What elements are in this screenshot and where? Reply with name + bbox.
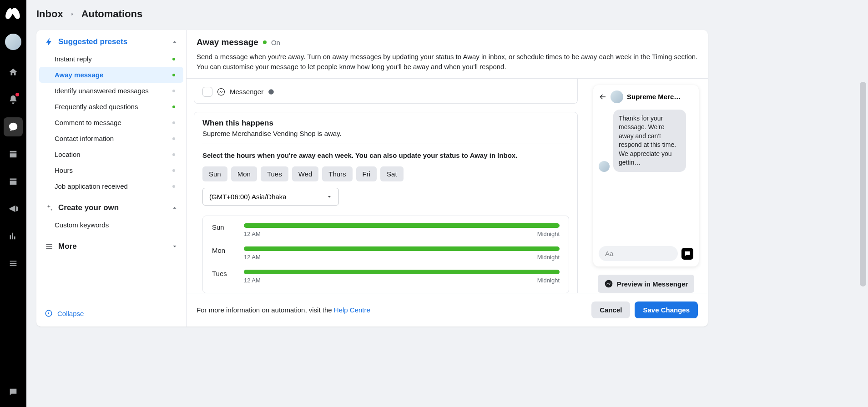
messenger-icon (217, 88, 225, 96)
time-bar[interactable] (244, 246, 560, 251)
breadcrumb-automations: Automations (81, 8, 142, 20)
meta-logo (5, 5, 22, 22)
preview-pane: Supreme Merc… Thanks for your message. W… (590, 79, 708, 293)
messenger-checkbox[interactable] (202, 87, 212, 97)
channel-panel: Messenger (194, 79, 578, 104)
info-icon[interactable] (268, 89, 274, 95)
sparkle-icon (45, 203, 54, 212)
help-centre-link[interactable]: Help Centre (334, 306, 370, 314)
sidebar-item-label: Comment to message (55, 119, 121, 126)
home-icon[interactable] (4, 63, 23, 82)
day-label: Sun (212, 223, 235, 231)
back-icon[interactable] (599, 93, 607, 101)
end-time: Midnight (537, 254, 560, 261)
when-this-happens-panel: When this happens Supreme Merchandise Ve… (194, 112, 578, 293)
scrollbar[interactable] (860, 82, 866, 286)
sidebar-item-job-application[interactable]: Job application received (39, 178, 183, 194)
status-dot (172, 185, 175, 188)
page-description: Send a message when you're away. Turn on… (197, 52, 698, 72)
ads-icon[interactable] (4, 199, 23, 218)
content-header: Away message On Send a message when you'… (187, 30, 708, 79)
list-icon (45, 242, 54, 251)
footer-text: For more information on automation, visi… (197, 306, 334, 314)
dropdown-icon (327, 194, 332, 200)
sidebar-item-location[interactable]: Location (39, 146, 183, 162)
status-dot (172, 137, 175, 140)
day-button-wed[interactable]: Wed (292, 166, 319, 181)
notifications-icon[interactable] (4, 90, 23, 109)
day-button-mon[interactable]: Mon (231, 166, 257, 181)
status-dot (172, 90, 175, 92)
main-content: Away message On Send a message when you'… (187, 30, 708, 327)
sidebar-item-label: Contact information (55, 135, 114, 142)
composer-input[interactable]: Aa (599, 246, 678, 261)
sidebar-item-identify-unanswered[interactable]: Identify unanswered messages (39, 83, 183, 99)
collapse-button[interactable]: Collapse (36, 301, 186, 327)
create-list: Custom keywords (36, 215, 186, 235)
collapse-label: Collapse (57, 310, 84, 317)
status-dot (172, 169, 175, 172)
section-title: Create your own (58, 203, 167, 212)
calendar-icon[interactable] (4, 172, 23, 191)
section-title: More (58, 242, 167, 251)
day-button-thurs[interactable]: Thurs (322, 166, 352, 181)
feedback-icon[interactable] (4, 382, 23, 402)
save-changes-button[interactable]: Save Changes (635, 301, 698, 318)
sidebar-item-contact-info[interactable]: Contact information (39, 131, 183, 146)
status-dot (172, 58, 175, 60)
insights-icon[interactable] (4, 226, 23, 246)
time-bar[interactable] (244, 223, 560, 228)
status-dot (172, 74, 175, 76)
messenger-label: Messenger (230, 88, 263, 95)
day-button-sat[interactable]: Sat (380, 166, 404, 181)
section-more[interactable]: More (36, 235, 186, 254)
chevron-down-icon (172, 243, 178, 250)
help-icon[interactable]: ? (4, 355, 23, 374)
status-dot (172, 106, 175, 108)
schedule-row: Tues 12 AMMidnight (212, 270, 560, 284)
sidebar-item-away-message[interactable]: Away message (39, 67, 183, 83)
end-time: Midnight (537, 231, 560, 237)
start-time: 12 AM (244, 231, 261, 237)
day-button-tues[interactable]: Tues (261, 166, 288, 181)
sidebar-item-instant-reply[interactable]: Instant reply (39, 51, 183, 67)
editor-pane: Messenger When this happens Supreme Merc… (187, 79, 590, 293)
preview-button-label: Preview in Messenger (617, 280, 688, 288)
profile-avatar[interactable] (5, 34, 21, 50)
status-label: On (271, 39, 280, 46)
bubble-avatar (599, 161, 610, 172)
breadcrumb-inbox[interactable]: Inbox (36, 8, 63, 20)
time-bar[interactable] (244, 270, 560, 274)
section-create-your-own[interactable]: Create your own (36, 196, 186, 215)
timezone-select[interactable]: (GMT+06:00) Asia/Dhaka (202, 188, 339, 206)
collapse-icon (45, 309, 53, 317)
sidebar-item-label: Frequently asked questions (55, 103, 138, 111)
footer: For more information on automation, visi… (187, 293, 708, 327)
day-label: Tues (212, 270, 235, 277)
divider (202, 144, 569, 144)
day-button-fri[interactable]: Fri (356, 166, 377, 181)
posts-icon[interactable] (4, 145, 23, 164)
preview-avatar (611, 90, 623, 103)
schedule-row: Mon 12 AMMidnight (212, 246, 560, 261)
sidebar-item-hours[interactable]: Hours (39, 162, 183, 178)
chevron-right-icon (70, 11, 75, 17)
breadcrumb: Inbox Automations (36, 8, 142, 20)
sidebar-item-custom-keywords[interactable]: Custom keywords (39, 217, 183, 233)
chevron-up-icon (172, 39, 178, 45)
quick-reply-icon[interactable] (681, 248, 693, 260)
page-title: Away message (197, 37, 258, 47)
sidebar-item-faq[interactable]: Frequently asked questions (39, 99, 183, 115)
cancel-button[interactable]: Cancel (591, 301, 630, 318)
day-buttons: Sun Mon Tues Wed Thurs Fri Sat (202, 166, 569, 181)
section-suggested-presets[interactable]: Suggested presets (36, 30, 186, 49)
schedule-row: Sun 12 AMMidnight (212, 223, 560, 237)
sidebar-item-label: Hours (55, 166, 73, 174)
notification-badge (15, 93, 19, 96)
preview-in-messenger-button[interactable]: Preview in Messenger (598, 275, 695, 293)
sidebar-item-comment-to-message[interactable]: Comment to message (39, 115, 183, 131)
when-subtitle: Supreme Merchandise Vending Shop is away… (202, 130, 569, 137)
menu-icon[interactable] (4, 254, 23, 273)
inbox-icon[interactable] (4, 117, 23, 136)
day-button-sun[interactable]: Sun (202, 166, 227, 181)
